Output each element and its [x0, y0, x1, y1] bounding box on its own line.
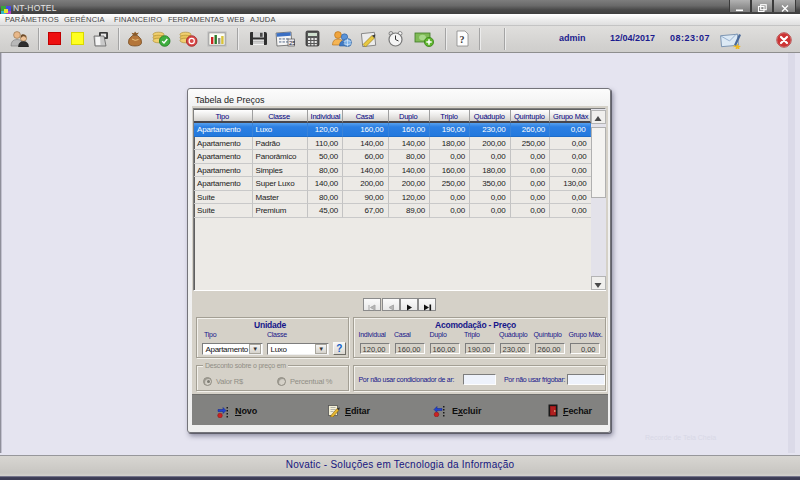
svg-text:25: 25 [289, 40, 295, 46]
svg-text:?: ? [460, 34, 465, 45]
